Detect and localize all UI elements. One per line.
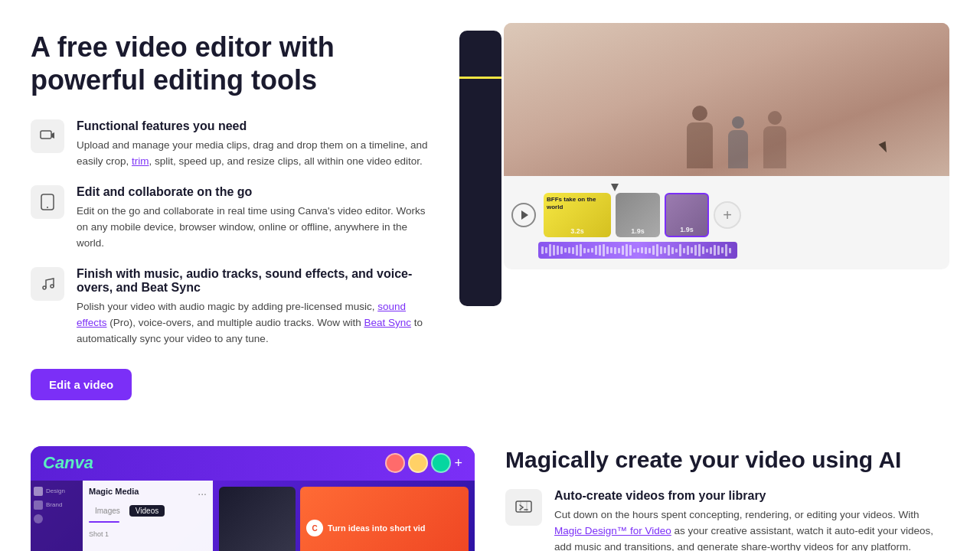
sidebar-label-brand: Brand bbox=[46, 501, 62, 508]
ai-feature-autocreate: Auto-create videos from your library Cut… bbox=[505, 489, 949, 551]
panel-active-underline bbox=[89, 521, 119, 523]
wave-bar bbox=[545, 247, 547, 253]
clips-row: BFFs take on the world 3.2s 1.9s 1.9s + bbox=[511, 193, 942, 237]
clip-1-label: 3.2s bbox=[570, 227, 584, 235]
panel-tabs: Images Videos bbox=[89, 505, 207, 517]
svg-point-2 bbox=[47, 207, 48, 208]
wave-bar bbox=[583, 248, 586, 253]
wave-bar bbox=[694, 245, 697, 256]
wave-bar bbox=[641, 247, 643, 253]
wave-bar bbox=[595, 246, 597, 255]
wave-bar bbox=[717, 246, 720, 255]
wave-bar bbox=[560, 246, 563, 254]
wave-bar bbox=[610, 247, 612, 253]
wave-bar bbox=[710, 247, 712, 254]
audio-track bbox=[538, 242, 737, 259]
wave-bar bbox=[591, 248, 593, 253]
wave-bar bbox=[580, 244, 582, 256]
figure-1 bbox=[687, 106, 713, 168]
wave-bar bbox=[626, 244, 628, 256]
phone-mockup bbox=[459, 31, 501, 306]
wave-bar bbox=[714, 245, 716, 256]
wave-bar bbox=[633, 249, 635, 253]
brand-icon bbox=[34, 500, 43, 510]
tab-images[interactable]: Images bbox=[89, 505, 126, 517]
sidebar-label-design: Design bbox=[46, 487, 65, 494]
edit-video-button[interactable]: Edit a video bbox=[31, 369, 132, 400]
editor-area: BFFs take on the world 3.2s 1.9s 1.9s + bbox=[504, 23, 949, 269]
panel-header: Magic Media ··· bbox=[89, 487, 207, 500]
trim-link[interactable]: trim bbox=[132, 155, 149, 167]
wave-bar bbox=[652, 246, 655, 255]
sidebar-item-design[interactable]: Design bbox=[34, 487, 80, 496]
feature-body-music: Polish your video with audio magic by ad… bbox=[77, 299, 429, 347]
canva-panel: Magic Media ··· Images Videos Shot 1 bbox=[83, 481, 213, 551]
feature-content-music: Finish with music, audio tracks, sound e… bbox=[77, 267, 429, 347]
sidebar-item-people[interactable] bbox=[34, 514, 80, 523]
panel-menu-icon[interactable]: ··· bbox=[198, 487, 207, 500]
feature-item-functional: Functional features you need Upload and … bbox=[31, 119, 429, 170]
avatar-3 bbox=[431, 453, 451, 473]
clip-3[interactable]: 1.9s bbox=[665, 193, 709, 237]
figure-head-2 bbox=[732, 116, 744, 129]
clip-2-label: 1.9s bbox=[631, 227, 645, 235]
wave-bar bbox=[706, 249, 708, 253]
wave-bar bbox=[553, 245, 555, 256]
wave-bar bbox=[599, 245, 601, 256]
panel-title: Magic Media bbox=[89, 487, 139, 496]
phone-yellow-bar bbox=[459, 77, 501, 79]
add-clip-button[interactable]: + bbox=[714, 201, 741, 229]
canva-main: C Turn ideas into short vid bbox=[213, 481, 475, 551]
clip-2[interactable]: 1.9s bbox=[616, 193, 660, 237]
ai-feature-heading: Auto-create videos from your library bbox=[554, 489, 949, 503]
canva-body: Design Brand Magic Media ··· Images bbox=[31, 481, 475, 551]
video-play-icon bbox=[31, 119, 64, 153]
svg-point-4 bbox=[51, 285, 54, 288]
main-thumbnail bbox=[219, 487, 296, 551]
wave-bar bbox=[622, 246, 624, 255]
beat-sync-link[interactable]: Beat Sync bbox=[364, 317, 411, 328]
feature-item-collaborate: Edit and collaborate on the go Edit on t… bbox=[31, 185, 429, 252]
feature-heading-music: Finish with music, audio tracks, sound e… bbox=[77, 267, 429, 295]
svg-rect-0 bbox=[41, 131, 51, 139]
avatar-2 bbox=[408, 453, 428, 473]
wave-bar bbox=[671, 247, 674, 254]
wave-bar bbox=[660, 246, 662, 254]
audio-waveform bbox=[538, 242, 737, 259]
canva-sidebar: Design Brand bbox=[31, 481, 83, 551]
orange-banner: C Turn ideas into short vid bbox=[300, 487, 469, 551]
sound-effects-link[interactable]: sound effects bbox=[77, 301, 406, 328]
ai-feature-content: Auto-create videos from your library Cut… bbox=[554, 489, 949, 551]
play-button[interactable] bbox=[511, 203, 536, 227]
wave-bar bbox=[614, 247, 616, 254]
page-title: A free video editor with powerful editin… bbox=[31, 31, 429, 96]
bottom-section: Canva + Design Brand bbox=[0, 431, 980, 551]
clip-3-label: 1.9s bbox=[680, 226, 694, 233]
wave-bar bbox=[702, 246, 704, 254]
feature-body-functional: Upload and manage your media clips, drag… bbox=[77, 138, 429, 170]
wave-bar bbox=[629, 245, 632, 256]
figure-head-1 bbox=[692, 106, 707, 121]
people-icon bbox=[34, 514, 43, 523]
clip-1[interactable]: BFFs take on the world 3.2s bbox=[544, 193, 611, 237]
left-panel: A free video editor with powerful editin… bbox=[31, 23, 429, 400]
banner-text: Turn ideas into short vid bbox=[328, 523, 426, 533]
add-collaborator-button[interactable]: + bbox=[454, 455, 462, 471]
wave-bar bbox=[568, 247, 570, 253]
sidebar-item-brand[interactable]: Brand bbox=[34, 500, 80, 510]
figure-head-3 bbox=[768, 111, 782, 125]
avatar-1 bbox=[385, 453, 405, 473]
wave-bar bbox=[549, 244, 551, 256]
wave-bar bbox=[664, 247, 666, 253]
figure-3 bbox=[763, 111, 786, 168]
timeline-area: BFFs take on the world 3.2s 1.9s 1.9s + bbox=[504, 176, 949, 269]
canva-header: Canva + bbox=[31, 446, 475, 481]
tab-videos[interactable]: Videos bbox=[129, 505, 165, 517]
wave-bar bbox=[541, 246, 544, 254]
feature-content-functional: Functional features you need Upload and … bbox=[77, 119, 429, 170]
wave-bar bbox=[721, 247, 724, 253]
wave-bar bbox=[679, 244, 681, 256]
wave-bar bbox=[576, 245, 578, 256]
magic-design-link[interactable]: Magic Design™ for Video bbox=[554, 525, 671, 536]
wave-bar bbox=[572, 247, 574, 254]
